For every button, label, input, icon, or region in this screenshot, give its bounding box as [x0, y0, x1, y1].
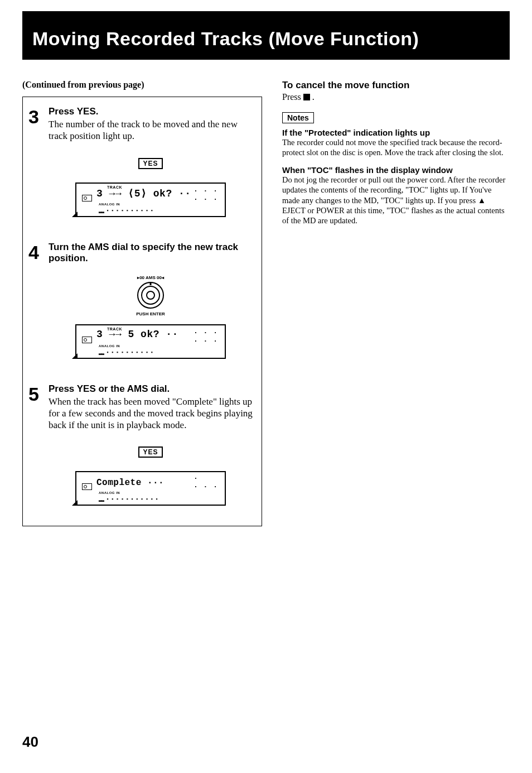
analog-label: ANALOG IN — [99, 203, 120, 206]
md-icon — [82, 483, 92, 490]
note-heading: If the "Protected" indication lights up — [282, 128, 510, 137]
step-number: 5 — [28, 383, 44, 405]
track-label: TRACK — [107, 185, 122, 189]
note-1: If the "Protected" indication lights up … — [282, 128, 510, 157]
bar-segments-icon: ▂▂ ▪ ▪ ▪ ▪ ▪ ▪ ▪ ▪ ▪ ▪ ▪ — [99, 496, 158, 502]
analog-label: ANALOG IN — [99, 491, 120, 494]
cancel-section: To cancel the move function Press . — [282, 80, 510, 102]
cancel-suffix: . — [310, 92, 315, 102]
display-illustration: TRACK 3 →→ 5 ok? ·· · · ·· · · ANALOG IN… — [75, 324, 226, 359]
display-illustration: Complete ··· · · · · ANALOG IN ▂▂ ▪ ▪ ▪ … — [75, 471, 226, 506]
step-box: 3 Press YES. The number of the track to … — [22, 97, 262, 526]
step-3: 3 Press YES. The number of the track to … — [28, 106, 253, 222]
continued-text: (Continued from previous page) — [22, 80, 262, 90]
bar-segments-icon: ▂▂ ▪ ▪ ▪ ▪ ▪ ▪ ▪ ▪ ▪ ▪ — [99, 349, 153, 356]
corner-icon — [72, 500, 78, 506]
step-body: When the track has been moved "Complete"… — [49, 396, 253, 431]
step-number: 3 — [28, 106, 44, 128]
step-4: 4 Turn the AMS dial to specify the new t… — [28, 242, 253, 363]
track-label: TRACK — [107, 327, 122, 331]
level-dots-icon: · · ·· · · — [194, 329, 218, 345]
note-heading: When "TOC" flashes in the display window — [282, 165, 510, 175]
dial-bottom-label: PUSH ENTER — [136, 311, 165, 316]
notes-label-box: Notes — [282, 112, 314, 123]
cancel-heading: To cancel the move function — [282, 80, 510, 91]
corner-icon — [72, 353, 78, 359]
step-body: The number of the track to be moved and … — [49, 118, 253, 142]
step-5: 5 Press YES or the AMS dial. When the tr… — [28, 383, 253, 511]
md-icon — [82, 195, 92, 201]
note-body: The recorder could not move the specifie… — [282, 137, 510, 157]
dial-icon — [137, 282, 164, 309]
step-heading: Turn the AMS dial to specify the new tra… — [49, 242, 253, 264]
page-title: Moving Recorded Tracks (Move Function) — [22, 11, 510, 60]
level-dots-icon: · · · · — [194, 474, 218, 491]
note-2: When "TOC" flashes in the display window… — [282, 165, 510, 225]
level-dots-icon: · · ·· · · — [194, 187, 218, 204]
yes-button-illustration: YES — [138, 158, 163, 169]
display-illustration: TRACK 3 →→ ⟨5⟩ ok? ·· · · ·· · · ANALOG … — [75, 183, 226, 217]
bar-segments-icon: ▂▂ ▪ ▪ ▪ ▪ ▪ ▪ ▪ ▪ ▪ ▪ — [99, 208, 153, 214]
yes-button-illustration: YES — [138, 446, 163, 458]
md-icon — [82, 337, 92, 343]
page-number: 40 — [22, 733, 38, 751]
step-heading: Press YES or the AMS dial. — [49, 383, 253, 395]
step-heading: Press YES. — [49, 106, 253, 117]
cancel-prefix: Press — [282, 92, 303, 102]
cancel-body: Press . — [282, 92, 510, 102]
corner-icon — [72, 212, 78, 217]
note-body: Do not jog the recorder or pull out the … — [282, 175, 510, 225]
step-number: 4 — [28, 242, 44, 263]
dial-top-label: ▸00 AMS 00◂ — [137, 275, 164, 280]
ams-dial-illustration: ▸00 AMS 00◂ PUSH ENTER — [49, 275, 253, 316]
analog-label: ANALOG IN — [99, 344, 120, 348]
stop-icon — [303, 94, 310, 100]
